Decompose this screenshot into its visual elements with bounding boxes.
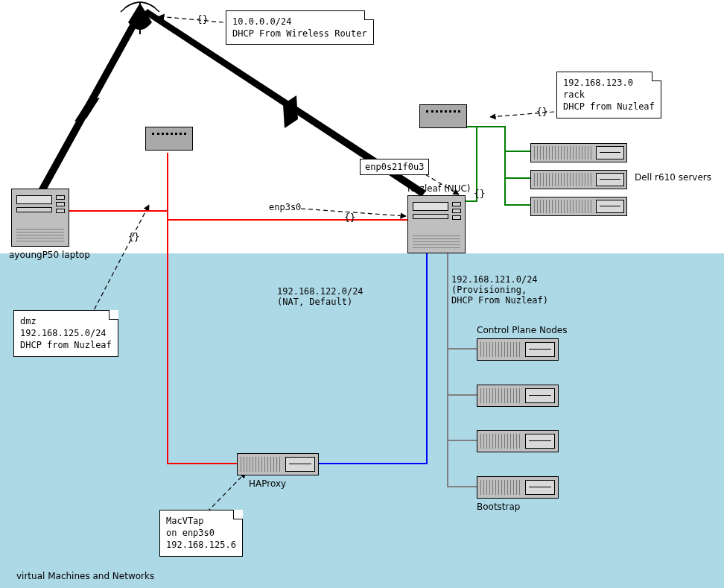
nuc-icon bbox=[407, 195, 466, 253]
enp3s0-label: enp3s0 bbox=[269, 202, 301, 212]
brace-4: {} bbox=[344, 212, 356, 223]
note-rack: 192.168.123.0 rack DHCP from Nuzleaf bbox=[556, 72, 661, 118]
nat-net-label: 192.168.122.0/24 (NAT, Default) bbox=[277, 286, 363, 307]
laptop-icon bbox=[11, 189, 69, 247]
svg-marker-0 bbox=[39, 11, 143, 193]
brace-3: {} bbox=[128, 231, 140, 242]
access-point-icon bbox=[121, 1, 159, 34]
control-plane-node-2 bbox=[477, 385, 559, 407]
brace-1: {} bbox=[197, 13, 209, 25]
note-macvtap: MacVTap on enp3s0 192.168.125.6 bbox=[159, 510, 243, 557]
ethernet-switch-b bbox=[419, 104, 467, 128]
haproxy-label: HAProxy bbox=[249, 478, 286, 489]
rack-links bbox=[462, 127, 530, 205]
nuc-label: Nuzleaf (NUC) bbox=[407, 183, 471, 194]
laptop-label: ayoungP50 laptop bbox=[9, 250, 90, 260]
rack-server-2 bbox=[530, 170, 627, 189]
bootstrap-label: Bootstrap bbox=[477, 502, 520, 512]
note-dmz: dmz 192.168.125.0/24 DHCP from Nuzleaf bbox=[13, 310, 118, 357]
rack-server-1 bbox=[530, 143, 627, 162]
brace-5: {} bbox=[474, 188, 486, 199]
dell-label: Dell r610 servers bbox=[635, 172, 711, 183]
note-wifi: 10.0.0.0/24 DHCP From Wireless Router bbox=[226, 10, 374, 45]
svg-line-5 bbox=[159, 16, 223, 22]
haproxy-icon bbox=[237, 453, 319, 475]
vm-region-label: virtual Machines and Networks bbox=[16, 571, 154, 581]
wifi-link-to-laptop bbox=[39, 11, 143, 193]
control-plane-node-3 bbox=[477, 430, 559, 452]
svg-marker-3 bbox=[283, 95, 298, 128]
enp0s21f0u3-label: enp0s21f0u3 bbox=[360, 159, 429, 175]
control-plane-node-1 bbox=[477, 338, 559, 361]
bootstrap-node bbox=[477, 476, 559, 499]
ethernet-switch-a bbox=[145, 127, 193, 151]
prov-net-label: 192.168.121.0/24 (Provisioning, DHCP Fro… bbox=[451, 274, 548, 306]
svg-marker-1 bbox=[74, 98, 100, 121]
rack-server-3 bbox=[530, 197, 627, 216]
control-plane-label: Control Plane Nodes bbox=[477, 325, 568, 335]
brace-2: {} bbox=[536, 106, 548, 117]
